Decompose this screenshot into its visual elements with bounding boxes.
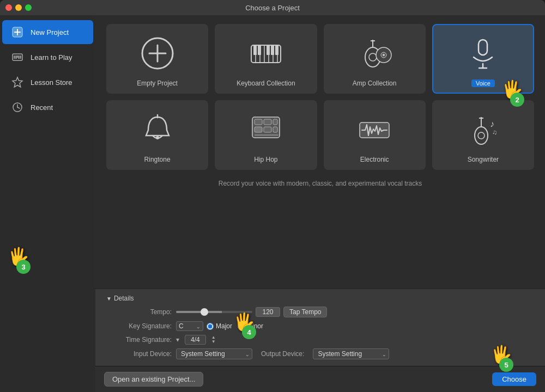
key-select[interactable]: CDEF GAB	[176, 321, 203, 331]
major-radio-label[interactable]: Major	[207, 322, 232, 330]
sidebar-label-learn: Learn to Play	[31, 53, 72, 62]
tile-hip-hop[interactable]: Hip Hop	[215, 100, 317, 170]
bottom-bar: Open an existing Project... Choose	[95, 366, 545, 392]
time-signature-row: Time Signature: ▾ 4/4 ▲ ▼	[112, 335, 534, 345]
svg-rect-26	[258, 45, 261, 55]
output-label: Output Device:	[261, 350, 304, 358]
minor-radio-label[interactable]: Minor	[238, 322, 263, 330]
tile-keyboard-collection[interactable]: Keyboard Collection	[215, 24, 317, 94]
tile-songwriter[interactable]: ♪ ♫ Songwriter	[432, 100, 534, 170]
project-grid-area: Empty Project	[95, 15, 545, 289]
device-row: Input Device: System Setting Output Devi…	[112, 348, 534, 359]
time-sig-down-arrow[interactable]: ▾	[176, 336, 179, 344]
sidebar-item-learn-to-play[interactable]: Learn to Play	[2, 45, 93, 69]
svg-point-51	[475, 127, 488, 144]
learn-to-play-icon	[10, 50, 25, 65]
key-mode-group: Major Minor	[207, 322, 263, 330]
tile-label-electronic: Electronic	[360, 156, 389, 163]
svg-rect-25	[253, 45, 257, 55]
svg-rect-43	[255, 119, 262, 125]
tile-amp-collection[interactable]: Amp Collection	[324, 24, 426, 94]
time-sig-down-arrow2[interactable]: ▼	[211, 340, 216, 344]
major-radio[interactable]	[207, 323, 214, 330]
svg-line-14	[17, 107, 20, 108]
empty-project-icon	[136, 32, 179, 75]
key-select-wrapper: CDEF GAB	[176, 321, 203, 331]
svg-rect-45	[273, 119, 277, 125]
tile-label-ringtone: Ringtone	[144, 156, 171, 163]
svg-rect-28	[271, 45, 274, 55]
electronic-icon	[353, 108, 396, 151]
app-body: New Project Learn to Play	[0, 15, 545, 392]
window-title: Choose a Project	[245, 4, 300, 12]
time-sig-value: 4/4	[191, 336, 200, 344]
description-text: Record your voice with modern, classic, …	[219, 180, 422, 187]
tempo-input[interactable]	[256, 307, 280, 317]
time-label: Time Signature:	[112, 336, 172, 344]
choose-button[interactable]: Choose	[492, 372, 536, 386]
tile-label-songwriter: Songwriter	[468, 156, 499, 163]
minor-label: Minor	[247, 322, 263, 330]
key-label: Key Signature:	[112, 322, 172, 330]
time-sig-arrows: ▲ ▼	[211, 335, 216, 344]
close-button[interactable]	[5, 4, 12, 11]
details-title: Details	[114, 295, 134, 302]
tile-empty-project[interactable]: Empty Project	[106, 24, 208, 94]
tempo-slider[interactable]	[176, 311, 252, 313]
svg-rect-46	[255, 127, 262, 132]
songwriter-icon: ♪ ♫	[461, 108, 505, 151]
tile-electronic[interactable]: Electronic	[324, 100, 426, 170]
svg-rect-49	[255, 134, 278, 136]
details-arrow-icon: ▼	[106, 296, 112, 302]
svg-rect-29	[275, 45, 278, 55]
minimize-button[interactable]	[15, 4, 22, 11]
input-device-wrapper: System Setting	[176, 348, 252, 359]
svg-marker-11	[13, 77, 22, 87]
major-label: Major	[216, 322, 232, 330]
open-project-button[interactable]: Open an existing Project...	[104, 372, 203, 387]
recent-icon	[10, 100, 25, 115]
tile-voice[interactable]: Voice	[432, 24, 534, 94]
main-content: Empty Project	[95, 15, 545, 392]
svg-point-40	[156, 136, 159, 139]
svg-point-36	[383, 54, 385, 56]
sidebar-label-recent: Recent	[31, 103, 53, 112]
svg-rect-27	[267, 45, 270, 55]
svg-rect-44	[264, 119, 271, 125]
details-section: ▼ Details Tempo: Tap Tempo Key Signature…	[95, 289, 545, 366]
tile-label-amp: Amp Collection	[353, 79, 397, 87]
svg-point-52	[478, 132, 485, 139]
keyboard-icon	[244, 32, 288, 75]
tap-tempo-button[interactable]: Tap Tempo	[283, 307, 327, 317]
tile-label-keyboard: Keyboard Collection	[237, 79, 295, 87]
output-device-wrapper: System Setting	[313, 348, 389, 359]
svg-text:♪: ♪	[490, 119, 494, 128]
tile-ringtone[interactable]: Ringtone	[106, 100, 208, 170]
sidebar: New Project Learn to Play	[0, 15, 95, 392]
sidebar-label-new-project: New Project	[31, 28, 69, 36]
tempo-row: Tempo: Tap Tempo	[112, 307, 534, 317]
project-grid-row1: Empty Project	[106, 24, 534, 94]
sidebar-item-new-project[interactable]: New Project	[2, 20, 93, 44]
maximize-button[interactable]	[25, 4, 32, 11]
titlebar: Choose a Project	[0, 0, 545, 15]
minor-radio[interactable]	[238, 323, 245, 330]
device-control: System Setting Output Device: System Set…	[176, 348, 389, 359]
window-controls[interactable]	[5, 4, 32, 11]
amp-collection-icon	[353, 32, 396, 75]
new-project-icon	[10, 24, 25, 40]
input-device-select[interactable]: System Setting	[176, 348, 252, 359]
tempo-label: Tempo:	[112, 308, 172, 316]
sidebar-item-recent[interactable]: Recent	[2, 95, 93, 119]
details-header[interactable]: ▼ Details	[106, 295, 534, 302]
time-control: ▾ 4/4 ▲ ▼	[176, 335, 216, 345]
tile-label-voice: Voice	[471, 79, 495, 87]
hip-hop-icon	[244, 108, 288, 151]
tile-label-empty: Empty Project	[137, 79, 178, 87]
description-bar: Record your voice with modern, classic, …	[106, 176, 534, 192]
time-sig-display: 4/4	[185, 335, 206, 345]
output-device-select[interactable]: System Setting	[313, 348, 389, 359]
sidebar-item-lesson-store[interactable]: Lesson Store	[2, 70, 93, 94]
voice-badge: Voice	[471, 79, 495, 87]
key-control: CDEF GAB Major Minor	[176, 321, 263, 331]
